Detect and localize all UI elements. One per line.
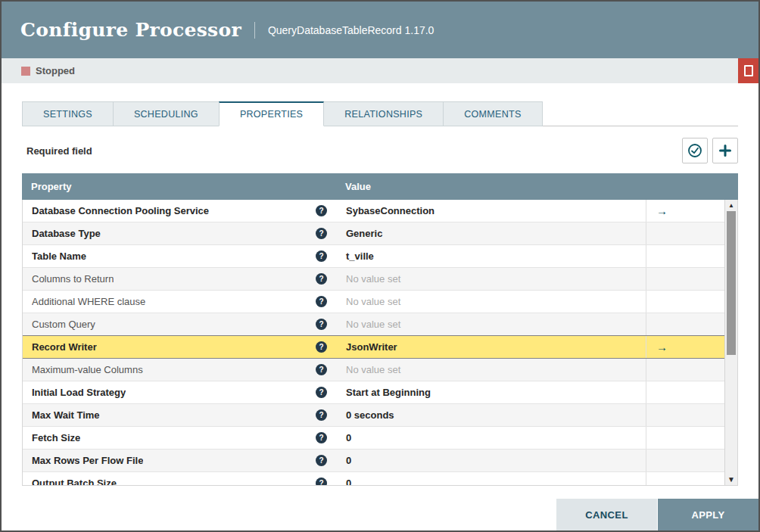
verify-properties-button[interactable] [682,138,708,163]
goto-cell [646,427,724,449]
table-row[interactable]: Maximum-value Columns?No value set [23,359,724,381]
property-cell: Custom Query? [23,313,338,335]
help-icon[interactable]: ? [316,341,327,353]
tab-relationships[interactable]: RELATIONSHIPS [323,101,444,126]
status-bar: Stopped [2,58,758,83]
property-name: Maximum-value Columns [32,364,143,375]
tab-scheduling[interactable]: SCHEDULING [113,101,220,126]
table-row[interactable]: Max Rows Per Flow File?0 [23,450,724,472]
property-value[interactable]: No value set [338,291,646,313]
table-row[interactable]: Record Writer?JsonWriter→ [23,335,724,359]
tab-properties[interactable]: PROPERTIES [219,101,324,126]
property-value[interactable]: No value set [338,313,646,335]
dialog-footer: CANCEL APPLY [556,499,758,530]
property-cell: Maximum-value Columns? [23,359,338,381]
tab-settings[interactable]: SETTINGS [22,101,114,126]
property-value[interactable]: Start at Beginning [338,381,646,403]
scrollbar-thumb[interactable] [727,211,736,355]
help-icon[interactable]: ? [316,478,327,485]
property-value[interactable]: Generic [338,222,646,244]
table-row[interactable]: Fetch Size?0 [23,427,724,450]
table-row[interactable]: Max Wait Time?0 seconds [23,404,724,427]
table-row[interactable]: Custom Query?No value set [23,313,724,336]
property-cell: Initial Load Strategy? [23,381,338,403]
processor-type-version: QueryDatabaseTableRecord 1.17.0 [254,22,434,39]
table-row[interactable]: Output Batch Size?0 [23,472,724,485]
property-value[interactable]: 0 seconds [338,404,646,426]
help-icon[interactable]: ? [316,387,327,398]
table-row[interactable]: Columns to Return?No value set [23,268,724,291]
property-name: Fetch Size [32,432,80,443]
stopped-icon [21,67,30,76]
property-name: Database Type [32,228,101,239]
property-value[interactable]: JsonWriter [338,336,646,358]
property-name: Custom Query [32,319,95,330]
property-cell: Columns to Return? [23,268,338,290]
go-to-service-arrow-icon[interactable]: → [656,204,668,217]
goto-cell [646,472,724,485]
property-value[interactable]: t_ville [338,245,646,267]
value-column-header: Value [337,181,371,192]
help-icon[interactable]: ? [316,364,327,375]
tab-bar: SETTINGS SCHEDULING PROPERTIES RELATIONS… [22,101,738,126]
property-cell: Database Type? [23,222,338,244]
circle-check-icon [687,143,702,158]
scroll-up-arrow-icon[interactable]: ▲ [725,200,737,211]
cancel-button[interactable]: CANCEL [556,499,657,530]
property-name: Max Wait Time [32,409,100,421]
table-row[interactable]: Database Connection Pooling Service?Syba… [23,200,724,222]
goto-cell [646,450,724,471]
help-icon[interactable]: ? [316,205,327,216]
dialog-header: Configure Processor QueryDatabaseTableRe… [2,2,758,58]
property-value[interactable]: No value set [338,359,646,381]
table-scrollbar[interactable]: ▲ ▼ [724,200,737,485]
help-icon[interactable]: ? [316,228,327,239]
property-cell: Max Wait Time? [23,404,338,426]
help-icon[interactable]: ? [316,432,327,443]
add-property-button[interactable] [712,138,738,163]
goto-cell [646,291,724,313]
bulletin-button[interactable] [738,58,758,83]
tab-comments[interactable]: COMMENTS [443,101,542,126]
property-name: Database Connection Pooling Service [32,205,209,216]
go-to-service-arrow-icon[interactable]: → [656,341,668,353]
property-name: Max Rows Per Flow File [32,455,143,466]
help-icon[interactable]: ? [316,273,327,285]
property-value[interactable]: 0 [338,450,646,471]
help-icon[interactable]: ? [316,250,327,262]
apply-button[interactable]: APPLY [658,499,758,530]
document-icon [744,65,753,76]
property-cell: Fetch Size? [23,427,338,449]
table-row[interactable]: Table Name?t_ville [23,245,724,268]
properties-table: Property Value Database Connection Pooli… [22,173,738,486]
property-value[interactable]: 0 [338,427,646,449]
property-cell: Output Batch Size? [23,472,338,485]
help-icon[interactable]: ? [316,319,327,330]
goto-cell [646,359,724,381]
property-column-header: Property [22,181,337,192]
help-icon[interactable]: ? [316,455,327,466]
configure-processor-dialog: Configure Processor QueryDatabaseTableRe… [0,0,760,532]
properties-table-body: Database Connection Pooling Service?Syba… [23,200,724,485]
property-cell: Record Writer? [23,336,338,358]
scroll-down-arrow-icon[interactable]: ▼ [725,474,737,485]
goto-cell [646,381,724,403]
property-name: Record Writer [32,341,97,353]
goto-cell [646,245,724,267]
toolbar-buttons [682,138,738,163]
property-value[interactable]: SybaseConnection [338,200,646,222]
dialog-title: Configure Processor [20,19,241,41]
property-value[interactable]: 0 [338,472,646,485]
goto-cell: → [646,336,724,358]
property-value[interactable]: No value set [338,268,646,290]
help-icon[interactable]: ? [316,409,327,421]
property-name: Table Name [32,250,86,262]
goto-cell [646,222,724,244]
table-row[interactable]: Initial Load Strategy?Start at Beginning [23,381,724,404]
table-row[interactable]: Additional WHERE clause?No value set [23,291,724,313]
table-row[interactable]: Database Type?Generic [23,222,724,245]
help-icon[interactable]: ? [316,296,327,307]
property-name: Columns to Return [32,273,114,285]
property-cell: Table Name? [23,245,338,267]
properties-toolbar: Required field [22,135,738,166]
